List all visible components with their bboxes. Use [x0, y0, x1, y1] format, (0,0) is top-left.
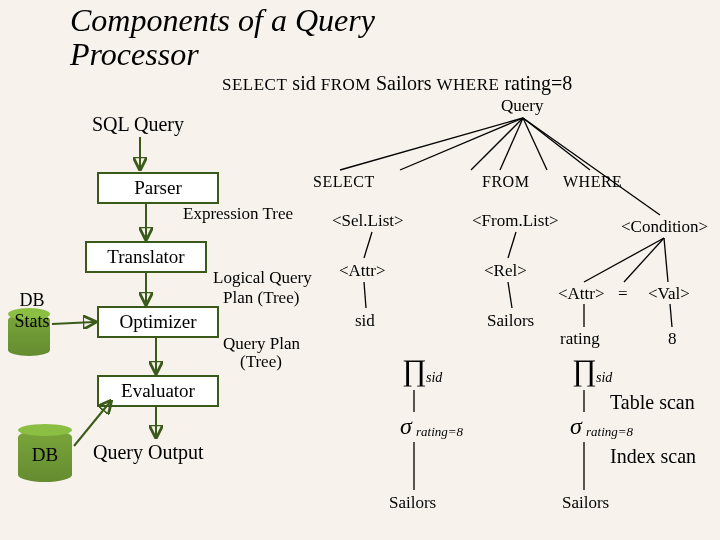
label-query-plan-l1: Query Plan	[223, 334, 300, 354]
node-where: WHERE	[563, 173, 622, 191]
svg-line-7	[340, 118, 523, 170]
svg-line-12	[523, 118, 590, 170]
label-table-scan: Table scan	[610, 391, 695, 414]
pi-op-left: ∏	[402, 353, 427, 387]
node-attr-1: <Attr>	[339, 261, 386, 281]
slide-title: Components of a Query Processor	[70, 4, 375, 71]
node-eq: =	[618, 284, 628, 304]
title-line1: Components of a Query	[70, 2, 375, 38]
label-query-plan-l2: (Tree)	[240, 352, 282, 372]
pi-op-right: ∏	[572, 353, 597, 387]
node-from-list: <From.List>	[472, 211, 559, 231]
sigma-op-right: σ	[570, 413, 582, 440]
node-select: SELECT	[313, 173, 375, 191]
leaf-sailors-left: Sailors	[389, 493, 436, 513]
node-rel: <Rel>	[484, 261, 527, 281]
svg-line-16	[508, 232, 516, 258]
svg-line-6	[74, 402, 110, 446]
label-db: DB	[30, 444, 60, 466]
sql-example: SELECT sid FROM Sailors WHERE rating=8	[222, 72, 572, 95]
kw-select: SELECT	[222, 75, 287, 94]
node-sailors: Sailors	[487, 311, 534, 331]
node-attr-2: <Attr>	[558, 284, 605, 304]
title-line2: Processor	[70, 36, 199, 72]
node-sid: sid	[355, 311, 375, 331]
svg-line-22	[670, 304, 672, 327]
svg-line-17	[508, 282, 512, 308]
node-from: FROM	[482, 173, 529, 191]
node-query: Query	[501, 96, 543, 116]
arg-where: rating=8	[504, 72, 572, 94]
sigma-op-left: σ	[400, 413, 412, 440]
arg-select: sid	[292, 72, 315, 94]
node-condition: <Condition>	[621, 217, 708, 237]
svg-line-14	[364, 232, 372, 258]
label-sql-query: SQL Query	[92, 113, 184, 136]
node-val: <Val>	[648, 284, 690, 304]
svg-line-11	[523, 118, 547, 170]
label-logical-plan-l1: Logical Query	[213, 268, 312, 288]
sigma-sub-right: rating=8	[586, 424, 633, 440]
label-db-stats: DB Stats	[0, 290, 64, 332]
label-logical-plan-l2: Plan (Tree)	[223, 288, 299, 308]
svg-line-18	[584, 238, 664, 282]
svg-line-13	[523, 118, 660, 215]
leaf-sailors-right: Sailors	[562, 493, 609, 513]
box-parser: Parser	[97, 172, 219, 204]
label-index-scan: Index scan	[610, 445, 696, 468]
kw-where: WHERE	[436, 75, 499, 94]
node-rating: rating	[560, 329, 600, 349]
node-eight: 8	[668, 329, 677, 349]
box-optimizer: Optimizer	[97, 306, 219, 338]
label-expression-tree: Expression Tree	[183, 204, 293, 224]
svg-line-9	[471, 118, 523, 170]
svg-line-20	[664, 238, 668, 282]
kw-from: FROM	[321, 75, 371, 94]
pi-sub-right: sid	[596, 370, 612, 386]
box-evaluator: Evaluator	[97, 375, 219, 407]
sigma-sub-left: rating=8	[416, 424, 463, 440]
svg-line-8	[400, 118, 523, 170]
svg-line-19	[624, 238, 664, 282]
box-translator: Translator	[85, 241, 207, 273]
arg-from: Sailors	[376, 72, 432, 94]
svg-line-10	[500, 118, 523, 170]
svg-line-15	[364, 282, 366, 308]
label-query-output: Query Output	[93, 441, 204, 464]
pi-sub-left: sid	[426, 370, 442, 386]
node-sel-list: <Sel.List>	[332, 211, 404, 231]
